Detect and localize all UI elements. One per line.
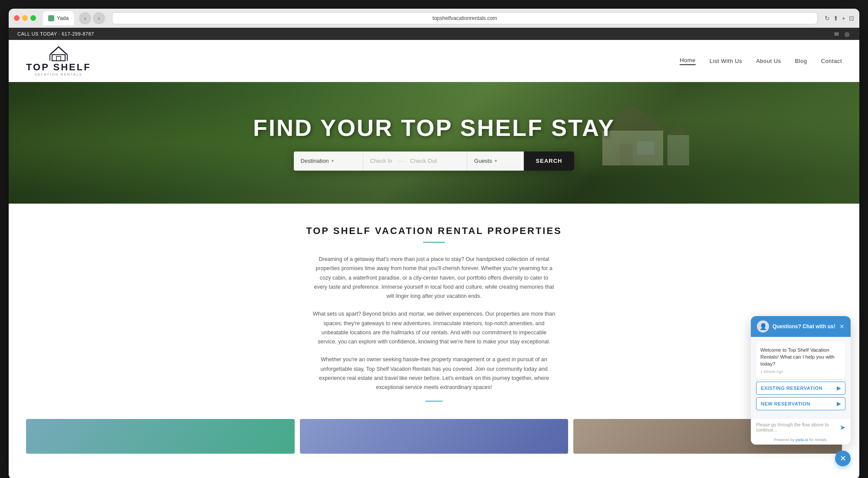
chat-input-area: Please go through the flow above to cont…: [751, 418, 851, 436]
powered-link[interactable]: yada.ai: [796, 438, 808, 442]
logo-icon: [48, 45, 69, 63]
browser-titlebar: Yada ‹ › topshelfvacationrentals.com ↻ ⬆…: [9, 9, 859, 28]
existing-reservation-label: EXISTING RESERVATION: [761, 386, 822, 391]
chat-input-placeholder: Please go through the flow above to cont…: [756, 422, 836, 432]
guests-chevron: ▾: [495, 158, 497, 163]
svg-rect-6: [620, 144, 633, 165]
traffic-lights: [14, 15, 36, 21]
hero-section: FIND YOUR TOP SHELF STAY Destination ▾ C…: [9, 82, 859, 204]
property-card-2[interactable]: [300, 419, 569, 454]
destination-label: Destination: [301, 158, 329, 164]
phone-text: CALL US TODAY · 617-299-8787: [17, 31, 94, 36]
website: CALL US TODAY · 617-299-8787 ✉ ◎: [9, 28, 859, 454]
reload-icon[interactable]: ↻: [825, 15, 830, 22]
teal-divider: [425, 401, 443, 402]
checkin-label: Check In: [370, 158, 392, 164]
nav-blog[interactable]: Blog: [795, 58, 807, 64]
hero-title: FIND YOUR TOP SHELF STAY: [253, 115, 615, 141]
destination-field[interactable]: Destination ▾: [294, 152, 363, 171]
date-separator: —: [398, 158, 404, 164]
share-icon[interactable]: ⬆: [833, 15, 838, 22]
chat-fab-button[interactable]: ✕: [835, 451, 851, 466]
existing-reservation-option[interactable]: EXISTING RESERVATION ▶: [756, 382, 845, 395]
svg-marker-9: [667, 124, 689, 135]
nav-home[interactable]: Home: [680, 57, 696, 65]
new-reservation-label: NEW RESERVATION: [761, 401, 810, 406]
tab-favicon: [48, 15, 54, 21]
title-divider: [423, 242, 445, 243]
main-nav: Home List With Us About Us Blog Contact: [680, 57, 842, 65]
instagram-icon[interactable]: ◎: [844, 30, 851, 37]
website-wrapper: CALL US TODAY · 617-299-8787 ✉ ◎: [9, 28, 859, 478]
logo[interactable]: TOP SHELF VACATION RENTALS: [26, 45, 91, 76]
search-bar: Destination ▾ Check In — Check Out Guest…: [294, 152, 575, 171]
address-bar[interactable]: topshelfvacationrentals.com: [112, 12, 818, 24]
nav-list-with-us[interactable]: List With Us: [710, 58, 742, 64]
svg-rect-1: [56, 56, 61, 61]
chat-message-text: Welcome to Top Shelf Vacation Rentals! W…: [760, 346, 841, 367]
svg-rect-8: [667, 135, 689, 165]
banner-icons: ✉ ◎: [833, 30, 851, 37]
chat-close-button[interactable]: ✕: [839, 323, 845, 330]
search-button[interactable]: Search: [524, 152, 575, 171]
chat-header: 👤 Questions? Chat with us! ✕: [751, 316, 851, 337]
nav-contact[interactable]: Contact: [821, 58, 842, 64]
chat-fab-icon: ✕: [840, 454, 846, 463]
site-header: TOP SHELF VACATION RENTALS Home List Wit…: [9, 40, 859, 82]
existing-reservation-arrow: ▶: [837, 385, 841, 391]
nav-about-us[interactable]: About Us: [756, 58, 781, 64]
checkout-label: Check Out: [410, 158, 437, 164]
maximize-traffic-light[interactable]: [30, 15, 36, 21]
chat-avatar: 👤: [757, 320, 769, 333]
forward-button[interactable]: ›: [93, 12, 105, 24]
paragraph-3: Whether you're an owner seeking hassle-f…: [312, 355, 556, 392]
hero-content: FIND YOUR TOP SHELF STAY: [253, 115, 615, 141]
destination-chevron: ▾: [332, 158, 334, 163]
minimize-traffic-light[interactable]: [22, 15, 28, 21]
chat-widget: 👤 Questions? Chat with us! ✕ Welcome to …: [751, 316, 851, 445]
tabs-icon[interactable]: ⊡: [849, 15, 854, 22]
close-traffic-light[interactable]: [14, 15, 20, 21]
svg-rect-7: [637, 142, 654, 155]
logo-text-sub: VACATION RENTALS: [35, 73, 82, 76]
chat-header-left: 👤 Questions? Chat with us!: [757, 320, 835, 333]
back-button[interactable]: ‹: [79, 12, 91, 24]
chat-header-title: Questions? Chat with us!: [773, 323, 835, 330]
hero-background: [9, 82, 859, 204]
email-icon[interactable]: ✉: [833, 30, 840, 37]
main-content: TOP SHELF VACATION RENTAL PROPERTIES Dre…: [9, 204, 859, 415]
chat-powered-by: Powered by yada.ai for rentals.: [751, 436, 851, 445]
guests-field[interactable]: Guests ▾: [467, 152, 524, 171]
top-banner: CALL US TODAY · 617-299-8787 ✉ ◎: [9, 28, 859, 40]
browser-actions: ↻ ⬆ + ⊡: [825, 15, 854, 22]
powered-text: Powered by: [774, 438, 796, 442]
browser-nav-buttons: ‹ ›: [79, 12, 105, 24]
chat-message: Welcome to Top Shelf Vacation Rentals! W…: [756, 342, 845, 379]
guests-label: Guests: [474, 158, 492, 164]
browser-tab[interactable]: Yada: [43, 11, 74, 25]
new-reservation-option[interactable]: NEW RESERVATION ▶: [756, 397, 845, 410]
property-card-1[interactable]: [26, 419, 295, 454]
chat-timestamp: 1 Minute Ago: [760, 369, 841, 375]
section-title: TOP SHELF VACATION RENTAL PROPERTIES: [26, 225, 842, 237]
url-text: topshelfvacationrentals.com: [433, 15, 497, 21]
chat-send-button[interactable]: ➤: [840, 423, 845, 432]
avatar-emoji: 👤: [760, 323, 767, 330]
plus-icon[interactable]: +: [842, 15, 845, 22]
paragraph-1: Dreaming of a getaway that's more than j…: [312, 255, 556, 301]
svg-rect-0: [52, 55, 65, 61]
new-reservation-arrow: ▶: [837, 401, 841, 407]
paragraph-2: What sets us apart? Beyond bricks and mo…: [312, 310, 556, 346]
logo-text-main: TOP SHELF: [26, 63, 91, 72]
date-range-field[interactable]: Check In — Check Out: [363, 152, 467, 171]
powered-suffix: for rentals.: [808, 438, 828, 442]
chat-body: Welcome to Top Shelf Vacation Rentals! W…: [751, 337, 851, 418]
property-cards-preview: [9, 419, 859, 454]
tab-label: Yada: [57, 15, 69, 21]
